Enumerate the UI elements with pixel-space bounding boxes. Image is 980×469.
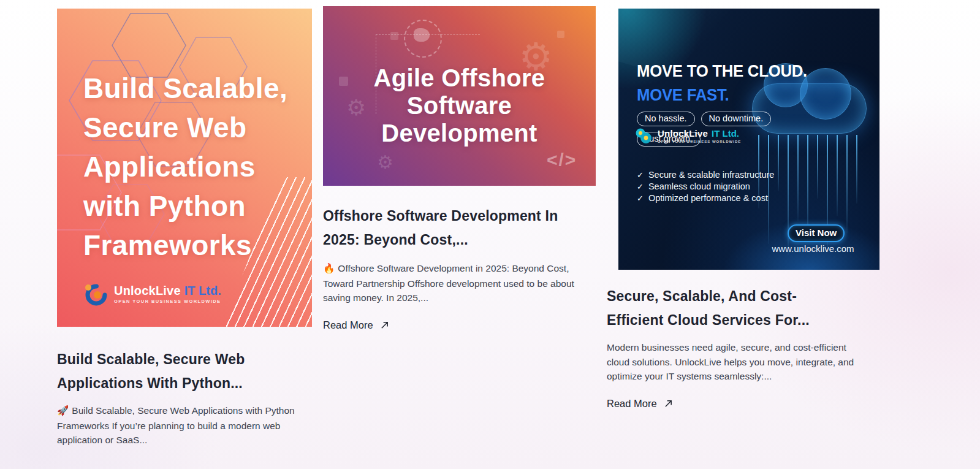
arrow-up-right-icon [380, 321, 389, 330]
blog-card-python: Build Scalable, Secure Web Applications … [57, 9, 312, 448]
logo-suffix: IT Ltd. [184, 284, 221, 297]
post-thumbnail-offshore[interactable]: ⚙ ⚙ ⚙ </> Agile Offshore Software Develo… [323, 6, 596, 186]
blog-card-cloud: UnlockLive IT Ltd. OPEN YOUR BUSINESS WO… [607, 9, 879, 410]
rocket-emoji-icon: 🚀 [57, 405, 69, 416]
gear-icon: ⚙ [377, 153, 393, 172]
globe-icon [404, 20, 442, 58]
square-decor [390, 32, 398, 40]
excerpt-text: Modern businesses need agile, secure, an… [607, 342, 854, 381]
logo-suffix: IT Ltd. [712, 129, 739, 138]
post-excerpt: 🚀Build Scalable, Secure Web Applications… [57, 403, 310, 448]
logo-name: UnlockLive [658, 129, 708, 138]
post-title[interactable]: Offshore Software Development In 2025: B… [323, 204, 596, 251]
logo-name: UnlockLive [114, 284, 181, 297]
read-more-label: Read More [607, 398, 657, 410]
read-more-link[interactable]: Read More [323, 319, 389, 331]
logo-tagline: OPEN YOUR BUSINESS WORLDWIDE [114, 299, 221, 304]
post-excerpt: Modern businesses need agile, secure, an… [607, 340, 872, 384]
visit-now-button[interactable]: Visit Now [788, 224, 845, 242]
thumbnail-headline: Build Scalable, Secure Web Applications … [83, 69, 287, 265]
excerpt-text: Build Scalable, Secure Web Applications … [57, 405, 295, 445]
excerpt-text: Offshore Software Development in 2025: B… [323, 263, 574, 303]
unlocklive-logo: UnlockLive IT Ltd. OPEN YOUR BUSINESS WO… [634, 22, 741, 250]
code-brackets-icon: </> [547, 150, 577, 170]
post-excerpt: 🔥Offshore Software Development in 2025: … [323, 261, 588, 305]
arrow-up-right-icon [664, 399, 673, 408]
read-more-label: Read More [323, 319, 373, 331]
logo-tagline: OPEN YOUR BUSINESS WORLDWIDE [658, 140, 741, 143]
square-decor [557, 31, 564, 38]
post-title[interactable]: Secure, Scalable, And Cost-Efficient Clo… [607, 284, 840, 332]
unlocklive-logo-icon [83, 282, 108, 307]
website-url: www.unlocklive.com [762, 243, 864, 254]
post-thumbnail-python[interactable]: Build Scalable, Secure Web Applications … [57, 9, 312, 327]
blog-card-offshore: ⚙ ⚙ ⚙ </> Agile Offshore Software Develo… [323, 9, 596, 331]
unlocklive-logo: UnlockLive IT Ltd. OPEN YOUR BUSINESS WO… [83, 282, 221, 307]
thumbnail-headline: Agile Offshore Software Development [323, 64, 596, 147]
blog-cards-section: { "brand": { "name": "UnlockLive", "suff… [0, 0, 980, 469]
unlocklive-logo-icon [634, 127, 653, 145]
read-more-link[interactable]: Read More [607, 398, 673, 410]
post-title[interactable]: Build Scalable, Secure Web Applications … [57, 348, 291, 395]
blog-cards-row: Build Scalable, Secure Web Applications … [57, 9, 879, 448]
post-thumbnail-cloud[interactable]: UnlockLive IT Ltd. OPEN YOUR BUSINESS WO… [618, 9, 879, 270]
fire-emoji-icon: 🔥 [323, 263, 335, 274]
